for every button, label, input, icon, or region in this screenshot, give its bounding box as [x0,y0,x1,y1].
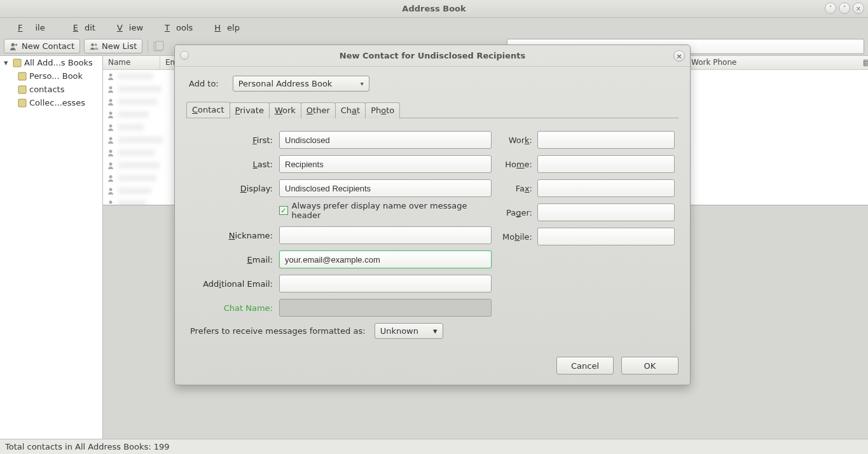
window-minimize-button[interactable]: ˅ [825,3,836,14]
display-label: Display: [190,184,273,193]
email-label: Email: [190,255,273,265]
new-list-label: New List [102,41,137,51]
additional-email-input[interactable] [279,275,492,292]
new-contact-dialog: New Contact for Undisclosed Recipients ×… [174,45,691,385]
home-label: Home: [497,160,532,169]
cancel-button[interactable]: Cancel [556,357,614,375]
tab-chat[interactable]: Chat [335,102,366,118]
pref-format-value: Unknown [380,326,418,336]
dialog-tabs: Contact Private Work Other Chat Photo [186,102,679,118]
first-input[interactable] [279,131,492,149]
address-books-sidebar: ▾ All Add...s Books Perso... Book contac… [0,56,103,439]
nickname-input[interactable] [279,226,492,244]
display-input[interactable] [279,179,492,197]
menu-file[interactable]: File [5,20,58,35]
tab-private[interactable]: Private [230,102,270,118]
dialog-close-button[interactable]: × [673,50,685,62]
pref-format-dropdown[interactable]: Unknown ▾ [375,323,443,339]
tree-root-all-books[interactable]: ▾ All Add...s Books [0,56,102,69]
column-name[interactable]: Name [103,56,160,69]
new-contact-label: New Contact [22,41,74,51]
people-icon [90,42,99,51]
window-close-button[interactable]: × [853,3,864,14]
pref-format-label: Prefers to receive messages formatted as… [190,326,366,336]
svg-point-16 [109,163,113,166]
svg-point-0 [11,43,15,46]
svg-point-17 [109,175,113,179]
person-plus-icon [10,42,18,51]
tree-item-contacts[interactable]: contacts [0,83,102,96]
tree-item-personal[interactable]: Perso... Book [0,69,102,83]
dialog-title: New Contact for Undisclosed Recipients [340,51,525,60]
last-label: Last: [190,160,273,169]
svg-rect-8 [18,99,26,107]
add-to-value: Personal Address Book [238,79,333,88]
prefer-display-checkbox[interactable]: ✓ [279,206,288,215]
dialog-titlebar: New Contact for Undisclosed Recipients × [175,45,690,67]
tab-contact[interactable]: Contact [186,102,230,118]
menu-edit[interactable]: Edit [60,20,102,35]
svg-point-12 [109,112,113,115]
svg-point-10 [109,86,113,90]
work-phone-input[interactable] [537,131,675,149]
window-title: Address Book [402,4,465,13]
fax-label: Fax: [497,184,532,193]
mobile-input[interactable] [537,228,675,245]
svg-rect-5 [13,59,21,67]
nickname-label: Nickname: [190,231,273,240]
properties-icon[interactable] [153,41,165,52]
menu-view[interactable]: View [104,20,149,35]
svg-point-18 [109,188,113,191]
book-icon [18,72,27,81]
svg-rect-4 [156,41,163,50]
home-phone-input[interactable] [537,155,675,173]
chevron-down-icon: ▾ [361,80,364,87]
expander-icon[interactable]: ▾ [4,58,10,67]
fax-input[interactable] [537,179,675,197]
window-titlebar: Address Book ˅ ˄ × [0,0,868,18]
window-maximize-button[interactable]: ˄ [839,3,850,14]
tree-item-label: Perso... Book [29,71,83,81]
status-text: Total contacts in All Address Books: 199 [5,442,170,451]
chat-name-label: Chat Name: [190,303,273,313]
svg-rect-6 [18,72,26,80]
svg-point-1 [91,43,93,46]
menubar: File Edit View Tools Help [0,18,868,37]
tree-item-label: contacts [29,85,64,94]
svg-rect-7 [18,86,26,93]
menu-tools[interactable]: Tools [152,20,199,35]
work-label: Work: [497,135,532,145]
additional-email-label: Additional Email: [190,279,273,289]
mobile-label: Mobile: [497,232,532,242]
email-input[interactable] [279,251,492,268]
tab-other[interactable]: Other [301,102,336,118]
new-contact-button[interactable]: New Contact [4,39,80,53]
svg-point-15 [109,150,113,153]
svg-point-14 [109,137,113,141]
tree-item-collected[interactable]: Collec...esses [0,96,102,109]
dialog-menu-dot[interactable] [180,51,189,60]
status-bar: Total contacts in All Address Books: 199 [0,439,868,454]
prefer-display-label: Always prefer display name over message … [292,201,492,220]
person-icon [107,72,114,80]
new-list-button[interactable]: New List [84,39,142,53]
column-picker-icon[interactable]: ▤ [858,56,868,69]
svg-point-2 [95,43,97,46]
tree-root-label: All Add...s Books [24,58,93,67]
toolbar-separator [148,40,148,53]
menu-help[interactable]: Help [202,20,246,35]
add-to-dropdown[interactable]: Personal Address Book ▾ [233,76,369,92]
add-to-label: Add to: [189,79,219,88]
tab-work[interactable]: Work [269,102,301,118]
column-work-phone[interactable]: Work Phone [686,56,858,69]
svg-point-19 [109,201,113,204]
tab-photo[interactable]: Photo [365,102,400,118]
ok-button[interactable]: OK [621,357,679,375]
pager-input[interactable] [537,203,675,221]
chat-name-input [279,299,492,317]
first-label: First: [190,135,273,145]
last-input[interactable] [279,155,492,173]
book-icon [18,99,27,107]
svg-point-13 [109,125,113,128]
chevron-down-icon: ▾ [433,326,437,336]
